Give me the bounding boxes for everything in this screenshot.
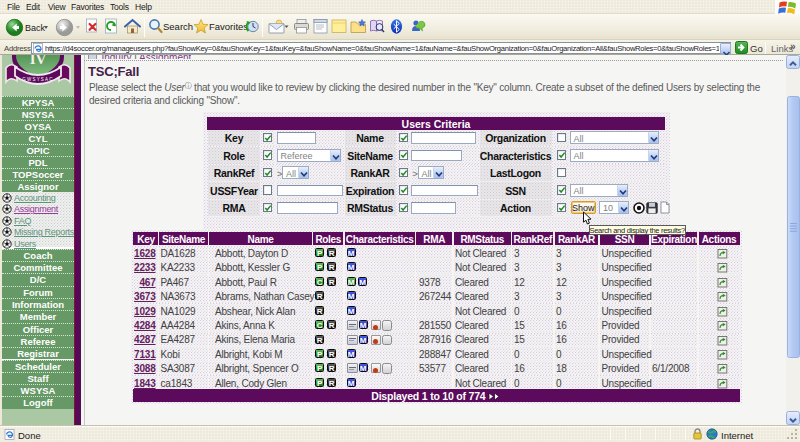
svg-text:IV: IV [30, 55, 47, 67]
svg-text:Back: Back [25, 23, 46, 33]
svg-text:GWSYSAC: GWSYSAC [22, 77, 53, 82]
